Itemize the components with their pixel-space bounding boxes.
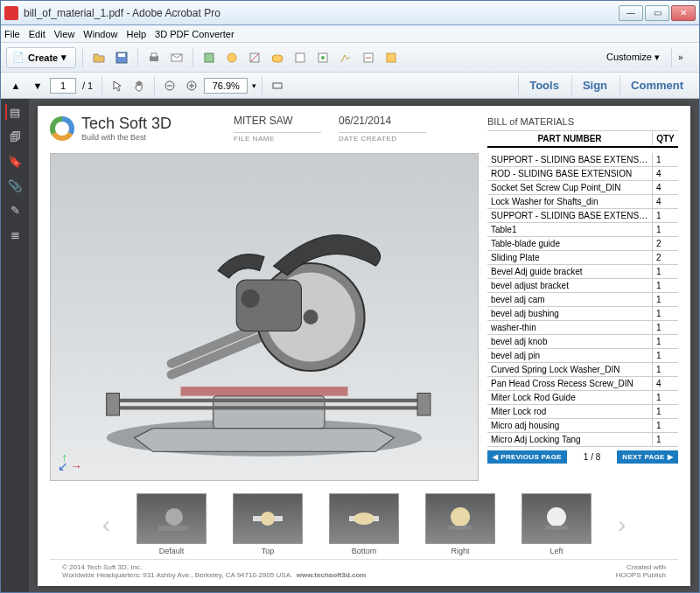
thumb-top[interactable]: Top [233,493,303,555]
thumb-label: Bottom [352,547,377,555]
tool-button-5[interactable] [290,48,310,67]
thumb-bottom[interactable]: Bottom [329,493,399,555]
thumbnails-panel-icon[interactable]: ▤ [5,104,21,120]
page-input[interactable] [50,78,76,94]
email-button[interactable] [167,48,186,67]
comment-panel-button[interactable]: Comment [620,75,694,95]
bookmarks-panel-icon[interactable]: 🔖 [7,153,23,169]
bom-row[interactable]: Curved Spring Lock Washer_DIN1 [487,363,678,377]
zoom-out-button[interactable] [160,76,179,95]
bom-table: SUPPORT - SLIDING BASE EXTENSION1ROD - S… [487,153,678,447]
menu-help[interactable]: Help [126,29,146,39]
window-title: bill_of_material_1.pdf - Adobe Acrobat P… [24,7,617,19]
page-up-button[interactable]: ▲ [6,76,25,95]
tool-button-1[interactable] [200,48,219,67]
tool-button-9[interactable] [382,48,401,67]
separator [262,76,262,95]
bom-row[interactable]: Micro Adj Locking Tang1 [487,433,678,447]
signatures-panel-icon[interactable]: ✎ [7,202,23,218]
print-button[interactable] [144,48,164,67]
bom-row[interactable]: SUPPORT - SLIDING BASE EXTENSION1 [487,153,678,167]
bom-row[interactable]: bevel adj pin1 [487,349,678,363]
bom-cell-pn: Lock Washer for Shafts_din [487,195,652,208]
bom-row[interactable]: Table11 [487,223,678,237]
bom-row[interactable]: washer-thin1 [487,321,678,335]
next-page-button[interactable]: NEXT PAGE ▶ [617,450,678,464]
bom-row[interactable]: ROD - SLIDING BASE EXTENSION4 [487,167,678,181]
thumb-default[interactable]: Default [136,493,206,555]
bom-page-indicator: 1 / 8 [584,452,600,462]
bom-row[interactable]: Pan Head Cross Recess Screw_DIN4 [487,377,678,391]
tools-panel-button[interactable]: Tools [518,75,570,95]
svg-rect-8 [296,53,304,62]
bom-row[interactable]: Micro adj housing1 [487,419,678,433]
bom-row[interactable]: SUPPORT - SLIDING BASE EXTENSIONRH1 [487,209,678,223]
zoom-input[interactable] [204,78,248,94]
thumb-right[interactable]: Right [425,493,495,555]
menu-file[interactable]: File [4,29,20,39]
page-down-button[interactable]: ▼ [28,76,47,95]
attachments-panel-icon[interactable]: 📎 [7,178,23,193]
separator [671,48,672,67]
pages-panel-icon[interactable]: 🗐 [7,129,23,144]
svg-point-33 [261,512,275,526]
footer-url: www.techsoft3d.com [297,571,367,579]
open-button[interactable] [89,48,108,67]
menu-3d-converter[interactable]: 3D PDF Converter [155,29,234,39]
bom-cell-pn: bevel adj cam [487,293,652,306]
bom-row[interactable]: bevel adjust bracket1 [487,279,678,293]
hand-tool[interactable] [130,76,149,95]
bom-cell-qty: 1 [652,223,678,236]
tool-button-2[interactable] [222,48,242,67]
tool-button-7[interactable] [336,48,355,67]
bom-row[interactable]: Miter Lock Rod Guide1 [487,391,678,405]
tool-button-6[interactable] [313,48,332,67]
bom-row[interactable]: Bevel Adj guide bracket1 [487,265,678,279]
bom-row[interactable]: bevel adj cam1 [487,293,678,307]
maximize-button[interactable]: ▭ [645,5,669,21]
bom-cell-qty: 2 [652,237,678,250]
svg-point-36 [451,507,470,527]
thumb-prev-button[interactable]: ‹ [102,511,110,539]
save-button[interactable] [112,48,131,67]
customize-button[interactable]: Customize ▾ [601,52,665,63]
minimize-button[interactable]: — [619,5,643,21]
expand-toolbar-button[interactable]: » [678,52,694,62]
bom-cell-qty: 1 [652,335,678,348]
copyright: © 2014 Tech Soft 3D, Inc. [62,563,366,571]
bom-row[interactable]: Lock Washer for Shafts_din4 [487,195,678,209]
previous-page-button[interactable]: ◀ PREVIOUS PAGE [487,450,567,464]
separator [102,76,102,95]
3d-viewer[interactable]: ↑↙→ [50,153,479,481]
menu-edit[interactable]: Edit [29,29,46,39]
tool-button-4[interactable] [268,48,287,67]
thumb-next-button[interactable]: › [618,511,626,539]
svg-rect-5 [205,53,214,62]
menu-window[interactable]: Window [83,29,117,39]
tool-button-3[interactable] [245,48,264,67]
svg-point-38 [547,507,566,527]
fit-width-button[interactable] [268,76,287,95]
chevron-down-icon[interactable]: ▾ [252,81,256,90]
svg-rect-7 [272,55,283,62]
bom-row[interactable]: bevel adj knob1 [487,335,678,349]
bom-row[interactable]: bevel adj bushing1 [487,307,678,321]
close-button[interactable]: ✕ [671,5,696,21]
create-button[interactable]: 📄 Create ▾ [6,47,76,68]
svg-rect-15 [273,83,282,88]
bom-row[interactable]: Sliding Plate2 [487,251,678,265]
thumb-left[interactable]: Left [522,493,592,555]
bom-cell-pn: bevel adj bushing [487,307,652,320]
tool-button-8[interactable] [359,48,378,67]
bom-cell-qty: 1 [652,419,678,432]
bom-row[interactable]: Socket Set Screw Cup Point_DIN4 [487,181,678,195]
filename-value: MITER SAW [234,115,321,130]
pointer-tool[interactable] [108,76,127,95]
layers-panel-icon[interactable]: ≣ [7,227,23,242]
bom-row[interactable]: Miter Lock rod1 [487,405,678,419]
bom-row[interactable]: Table-blade guide2 [487,237,678,251]
zoom-in-button[interactable] [182,76,201,95]
sign-panel-button[interactable]: Sign [571,75,618,95]
bom-cell-pn: Micro Adj Locking Tang [487,433,652,446]
menu-view[interactable]: View [54,29,75,39]
